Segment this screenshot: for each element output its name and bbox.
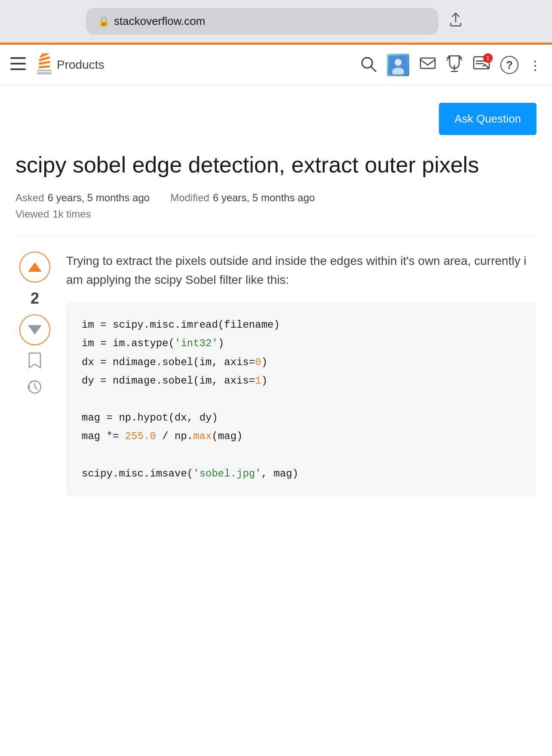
- modified-label: Modified: [170, 192, 209, 204]
- ask-question-row: Ask Question: [15, 103, 537, 135]
- upvote-button[interactable]: [19, 252, 50, 283]
- svg-line-11: [371, 67, 376, 71]
- inbox-icon[interactable]: [420, 56, 436, 74]
- code-line-6: mag *= 255.0 / np.max(mag): [82, 427, 521, 446]
- achievements-icon[interactable]: [446, 55, 463, 75]
- question-description: Trying to extract the pixels outside and…: [66, 252, 537, 290]
- ask-question-button[interactable]: Ask Question: [439, 103, 537, 135]
- asked-label: Asked: [15, 192, 44, 204]
- products-label: Products: [57, 58, 104, 72]
- history-icon[interactable]: [27, 379, 43, 399]
- svg-rect-4: [37, 70, 52, 71]
- question-meta: Asked 6 years, 5 months ago Modified 6 y…: [15, 192, 537, 204]
- search-icon[interactable]: [360, 56, 377, 74]
- downvote-button[interactable]: [19, 314, 50, 345]
- lock-icon: 🔒: [98, 16, 110, 27]
- question-title: scipy sobel edge detection, extract oute…: [15, 151, 537, 180]
- code-blank-1: [82, 390, 521, 409]
- question-text-area: Trying to extract the pixels outside and…: [66, 252, 537, 497]
- bookmark-icon[interactable]: [28, 352, 41, 372]
- code-blank-2: [82, 446, 521, 464]
- svg-rect-0: [10, 57, 26, 59]
- main-content: Ask Question scipy sobel edge detection,…: [0, 86, 552, 514]
- vote-column: 2: [15, 252, 54, 497]
- notification-badge: 1: [483, 53, 493, 63]
- share-button[interactable]: [445, 9, 466, 34]
- svg-rect-5: [39, 65, 50, 68]
- url-text: stackoverflow.com: [114, 15, 205, 28]
- review-icon[interactable]: 1: [473, 56, 490, 74]
- vote-count: 2: [31, 289, 39, 307]
- so-logo[interactable]: Products: [34, 53, 104, 77]
- svg-rect-2: [10, 68, 26, 70]
- browser-chrome: 🔒 stackoverflow.com: [0, 0, 552, 43]
- asked-value: 6 years, 5 months ago: [48, 192, 150, 204]
- svg-rect-6: [39, 61, 50, 65]
- question-body: 2 Trying to extract the p: [15, 252, 537, 497]
- help-icon[interactable]: ?: [500, 56, 518, 74]
- divider: [15, 236, 537, 236]
- code-line-4: dy = ndimage.sobel(im, axis=1): [82, 372, 521, 390]
- more-menu-icon[interactable]: ⋮: [529, 58, 542, 73]
- viewed-value: 1k times: [52, 208, 91, 220]
- svg-rect-3: [37, 72, 52, 74]
- viewed-label: Viewed: [15, 208, 49, 220]
- top-navbar: Products: [0, 43, 552, 86]
- hamburger-menu[interactable]: [10, 57, 26, 74]
- code-line-5: mag = np.hypot(dx, dy): [82, 409, 521, 427]
- viewed-meta: Viewed 1k times: [15, 208, 537, 220]
- url-bar[interactable]: 🔒 stackoverflow.com: [86, 8, 439, 35]
- code-block: im = scipy.misc.imread(filename) im = im…: [66, 302, 537, 497]
- code-line-2: im = im.astype('int32'): [82, 334, 521, 353]
- modified-value: 6 years, 5 months ago: [213, 192, 315, 204]
- svg-point-13: [395, 59, 402, 66]
- code-line-3: dx = ndimage.sobel(im, axis=0): [82, 353, 521, 372]
- code-line-7: scipy.misc.imsave('sobel.jpg', mag): [82, 464, 521, 483]
- user-avatar[interactable]: [387, 54, 409, 76]
- svg-rect-1: [10, 63, 26, 65]
- code-line-1: im = scipy.misc.imread(filename): [82, 316, 521, 334]
